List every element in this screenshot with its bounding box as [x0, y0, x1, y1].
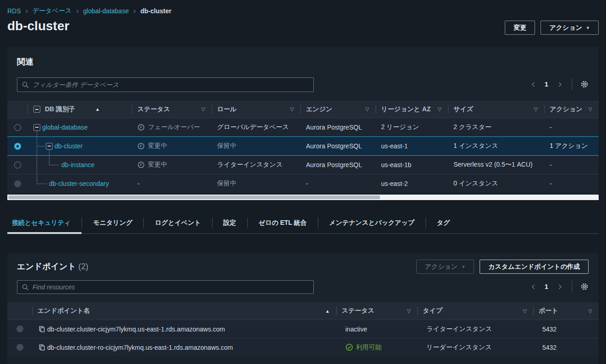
db-identifier-cell: global-database [27, 118, 132, 136]
db-identifier-cell: db-cluster-secondary [27, 174, 132, 193]
row-radio-disabled [14, 180, 21, 187]
endpoints-actions: アクション ▼ カスタムエンドポイントの作成 [416, 260, 589, 274]
detail-tabs: 接続とセキュリティ モニタリング ログとイベント 設定 ゼロの ETL 統合 メ… [7, 212, 599, 234]
tab-configuration[interactable]: 設定 [213, 212, 247, 234]
status-text: - [132, 180, 212, 187]
gear-icon[interactable] [579, 281, 590, 293]
db-link[interactable]: db-cluster-secondary [49, 180, 109, 187]
action-cell: - [544, 180, 599, 187]
db-link[interactable]: db-instance [61, 161, 94, 168]
column-header-actions[interactable]: アクション▽ [544, 101, 599, 118]
row-radio-disabled [16, 326, 23, 332]
divider [572, 78, 572, 90]
status-text: 変更中 [148, 161, 167, 169]
actions-dropdown-button[interactable]: アクション ▼ [540, 21, 599, 35]
endpoint-port: 5432 [533, 344, 599, 351]
copy-icon[interactable] [38, 326, 45, 333]
sortable-icon: ▽ [585, 106, 592, 112]
page-number[interactable]: 1 [541, 81, 551, 88]
tab-logs-events[interactable]: ログとイベント [144, 212, 212, 234]
column-header-endpoint-name[interactable]: エンドポイント名▲ [32, 302, 336, 320]
column-header-status[interactable]: ステータス▽ [336, 302, 417, 320]
db-link[interactable]: global-database [42, 124, 88, 131]
search-icon [22, 284, 29, 291]
related-pagination: 1 [528, 78, 590, 90]
row-radio-disabled [16, 344, 23, 351]
chevron-right-icon[interactable] [554, 281, 565, 292]
breadcrumb-current: db-cluster [141, 7, 172, 15]
tree-collapse-toggle-icon[interactable] [33, 124, 40, 131]
action-cell: 1 アクション [544, 142, 599, 150]
role-cell: グローバルデータベース [212, 123, 300, 131]
horizontal-scrollbar[interactable] [7, 195, 599, 200]
endpoints-table: エンドポイント名▲ ステータス▽ タイプ▽ ポート▽ db-cluster.cl… [7, 302, 599, 356]
page-actions: 変更 アクション ▼ [505, 21, 599, 35]
chevron-left-icon[interactable] [528, 79, 539, 90]
column-header-size[interactable]: サイズ▽ [448, 101, 544, 118]
row-radio-selected[interactable] [14, 143, 21, 150]
caret-down-icon: ▼ [461, 265, 465, 269]
endpoints-search-input[interactable] [33, 283, 309, 291]
region-az-cell: us-east-1 [376, 142, 448, 150]
modify-button[interactable]: 変更 [505, 21, 535, 35]
engine-cell: Aurora PostgreSQL [300, 124, 376, 131]
role-cell: 保留中 [212, 179, 300, 188]
column-header-type[interactable]: タイプ▽ [417, 302, 533, 320]
status-text: フェールオーバー [148, 123, 200, 131]
region-az-cell: 2 リージョン [376, 123, 448, 131]
endpoints-panel-title: エンドポイント (2) [17, 261, 88, 272]
db-identifier-cell: db-cluster [27, 137, 132, 155]
role-cell: 保留中 [212, 142, 300, 150]
chevron-right-icon[interactable] [554, 79, 565, 90]
action-cell: - [544, 161, 599, 168]
gear-icon[interactable] [579, 78, 590, 90]
row-radio[interactable] [14, 162, 21, 168]
row-radio[interactable] [14, 124, 21, 131]
tab-connectivity-security[interactable]: 接続とセキュリティ [7, 212, 82, 234]
column-header-engine[interactable]: エンジン▽ [300, 101, 376, 118]
create-custom-endpoint-button[interactable]: カスタムエンドポイントの作成 [480, 260, 589, 274]
breadcrumb-databases[interactable]: データベース [33, 7, 71, 15]
rds-console-page: RDS › データベース › global-database › db-clus… [0, 0, 606, 364]
related-filter[interactable] [17, 77, 314, 92]
column-header-status[interactable]: ステータス▽ [132, 101, 212, 118]
sortable-icon: ▽ [434, 106, 442, 112]
action-cell: - [544, 124, 599, 131]
tab-tags[interactable]: タグ [426, 212, 461, 234]
tab-monitoring[interactable]: モニタリング [82, 212, 143, 234]
breadcrumb: RDS › データベース › global-database › db-clus… [7, 7, 171, 15]
tab-zero-etl[interactable]: ゼロの ETL 統合 [248, 212, 318, 234]
related-panel: 関連 1 DB 識 [7, 47, 599, 200]
db-link[interactable]: db-cluster [55, 142, 82, 150]
endpoint-status: inactive [336, 326, 417, 333]
search-icon [22, 81, 29, 88]
tab-maintenance-backups[interactable]: メンテナンスとバックアップ [318, 212, 426, 234]
breadcrumb-separator-icon: › [133, 7, 136, 15]
breadcrumb-rds[interactable]: RDS [7, 7, 21, 15]
page-number[interactable]: 1 [541, 283, 551, 290]
collapse-all-toggle-icon[interactable] [33, 106, 40, 113]
breadcrumb-global-database[interactable]: global-database [83, 7, 129, 15]
column-header-port[interactable]: ポート▽ [533, 302, 599, 320]
select-column [7, 302, 32, 320]
tree-collapse-toggle-icon[interactable] [46, 143, 53, 150]
related-filter-input[interactable] [33, 81, 309, 88]
row-actions-dropdown[interactable]: 1 アクション [550, 142, 588, 150]
scrollbar-thumb[interactable] [8, 196, 380, 199]
clock-icon [137, 161, 145, 168]
endpoint-name: db-cluster.cluster-ro-cicjym7lykmq.us-ea… [47, 344, 233, 351]
sort-asc-icon: ▲ [92, 107, 100, 112]
role-cell: ライターインスタンス [212, 161, 300, 169]
copy-icon[interactable] [38, 344, 45, 351]
related-panel-title: 関連 [17, 56, 33, 67]
clock-icon [137, 124, 145, 131]
table-row-writer-endpoint: db-cluster.cluster-cicjym7lykmq.us-east-… [7, 320, 599, 338]
chevron-left-icon[interactable] [528, 281, 539, 292]
sortable-icon: ▽ [585, 308, 592, 314]
column-header-role[interactable]: ロール▽ [212, 101, 300, 118]
endpoints-search[interactable] [17, 280, 314, 294]
column-header-region-az[interactable]: リージョンと AZ▽ [376, 101, 448, 118]
table-row-reader-endpoint: db-cluster.cluster-ro-cicjym7lykmq.us-ea… [7, 338, 599, 356]
column-header-db-identifier[interactable]: DB 識別子 ▲ [27, 101, 132, 118]
sortable-icon: ▽ [519, 308, 527, 314]
